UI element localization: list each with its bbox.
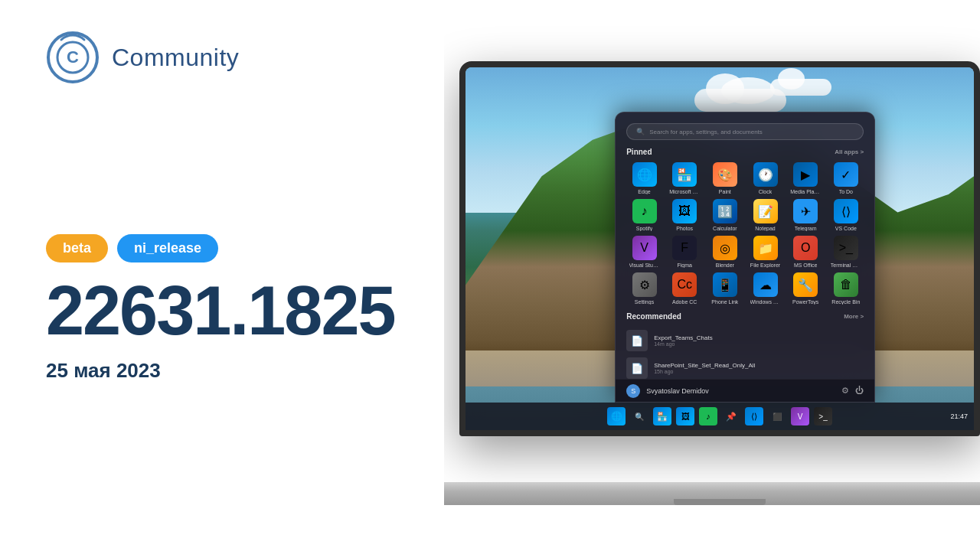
app-label: Clock bbox=[759, 189, 773, 194]
pinned-app-spotify[interactable]: ♪ Spotify bbox=[626, 199, 662, 231]
app-icon: 🏪 bbox=[672, 162, 697, 187]
taskbar-search[interactable]: 🔍 bbox=[630, 407, 648, 425]
pinned-app-blender[interactable]: ◎ Blender bbox=[707, 236, 743, 268]
power-icon[interactable]: ⏻ bbox=[855, 386, 864, 396]
taskbar-edge[interactable]: 🌐 bbox=[607, 407, 626, 425]
version-number: 22631.1825 bbox=[46, 276, 452, 345]
app-label: Media Player bbox=[790, 189, 821, 194]
pinned-app-paint[interactable]: 🎨 Paint bbox=[707, 162, 743, 194]
app-icon: F bbox=[672, 236, 697, 260]
pinned-app-file-explorer[interactable]: 📁 File Explorer bbox=[747, 236, 783, 268]
content-area: beta ni_release 22631.1825 25 мая 2023 bbox=[46, 234, 452, 383]
right-panel: 🔍 Search for apps, settings, and documen… bbox=[444, 0, 980, 551]
pinned-app-vs-code[interactable]: ⟨⟩ VS Code bbox=[828, 199, 864, 231]
pinned-app-ms-office[interactable]: O MS Office bbox=[788, 236, 824, 268]
pinned-app-clock[interactable]: 🕐 Clock bbox=[747, 162, 783, 194]
app-label: Blender bbox=[716, 262, 734, 268]
laptop-base bbox=[444, 482, 980, 505]
app-label: To Do bbox=[839, 189, 853, 194]
app-label: Spotify bbox=[636, 226, 652, 231]
pinned-app-powertoys[interactable]: 🔧 PowerToys bbox=[788, 272, 824, 305]
app-icon: 🖼 bbox=[672, 199, 697, 223]
taskbar-terminal[interactable]: >_ bbox=[814, 407, 832, 425]
pinned-apps-grid: 🌐 Edge 🏪 Microsoft Store 🎨 Paint 🕐 Clock… bbox=[626, 162, 864, 305]
app-label: Phone Link bbox=[711, 299, 738, 305]
taskbar-more1[interactable]: 📌 bbox=[722, 407, 740, 425]
pinned-app-recycle-bin[interactable]: 🗑 Recycle Bin bbox=[828, 272, 864, 305]
pinned-label: Pinned bbox=[626, 148, 652, 156]
badge-beta: beta bbox=[46, 234, 108, 262]
app-icon: ▶ bbox=[793, 162, 818, 187]
app-icon: O bbox=[793, 236, 818, 260]
app-icon: 🗑 bbox=[834, 272, 858, 297]
rec-item[interactable]: 📄 SharePoint_Site_Set_Read_Only_All 15h … bbox=[626, 354, 864, 382]
pinned-app-notepad[interactable]: 📝 Notepad bbox=[747, 199, 783, 231]
rec-item[interactable]: 📄 Export_Teams_Chats 14m ago bbox=[626, 327, 864, 354]
logo-text: Community bbox=[112, 44, 239, 72]
pinned-app-media-player[interactable]: ▶ Media Player bbox=[788, 162, 824, 194]
app-icon: ⟨⟩ bbox=[834, 199, 858, 223]
rec-name: SharePoint_Site_Set_Read_Only_All bbox=[654, 362, 864, 369]
recommended-items: 📄 Export_Teams_Chats 14m ago 📄 SharePoin… bbox=[626, 327, 864, 382]
app-icon: Cc bbox=[672, 272, 697, 297]
app-label: Settings bbox=[635, 299, 654, 305]
taskbar-more2[interactable]: ⬛ bbox=[768, 407, 786, 425]
taskbar-vscode[interactable]: ⟨⟩ bbox=[745, 407, 763, 425]
app-icon: 📱 bbox=[713, 272, 737, 297]
pinned-app-to-do[interactable]: ✓ To Do bbox=[828, 162, 864, 194]
pinned-app-photos[interactable]: 🖼 Photos bbox=[667, 199, 703, 231]
start-search-bar[interactable]: 🔍 Search for apps, settings, and documen… bbox=[626, 123, 864, 140]
laptop-screen: 🔍 Search for apps, settings, and documen… bbox=[459, 61, 980, 436]
app-icon: 🔧 bbox=[793, 272, 818, 297]
pinned-app-figma[interactable]: F Figma bbox=[667, 236, 703, 268]
taskbar-right-area: 21:47 bbox=[950, 412, 968, 420]
taskbar-icons: 🌐 🔍 🏪 🖼 ♪ 📌 ⟨⟩ ⬛ V >_ bbox=[607, 407, 832, 425]
pinned-app-calculator[interactable]: 🔢 Calculator bbox=[707, 199, 743, 231]
rec-icon: 📄 bbox=[626, 357, 648, 379]
win11-taskbar: 🌐 🔍 🏪 🖼 ♪ 📌 ⟨⟩ ⬛ V >_ 21:47 bbox=[466, 403, 974, 430]
community-logo-icon: C bbox=[46, 31, 100, 84]
pinned-app-phone-link[interactable]: 📱 Phone Link bbox=[707, 272, 743, 305]
taskbar-spotify[interactable]: ♪ bbox=[699, 407, 717, 425]
app-icon: 🔢 bbox=[713, 199, 737, 223]
app-icon: ✓ bbox=[834, 162, 858, 187]
settings-bottom-icon[interactable]: ⚙ bbox=[841, 386, 849, 396]
pinned-app-telegram[interactable]: ✈ Telegram bbox=[788, 199, 824, 231]
app-icon: 📝 bbox=[753, 199, 778, 223]
release-date: 25 мая 2023 bbox=[46, 359, 452, 383]
pinned-app-visual-studio[interactable]: V Visual Studio bbox=[626, 236, 662, 268]
taskbar-vstudio[interactable]: V bbox=[791, 407, 809, 425]
pinned-app-terminal-preview[interactable]: >_ Terminal Preview bbox=[828, 236, 864, 268]
badge-release: ni_release bbox=[117, 234, 218, 262]
taskbar-photos[interactable]: 🖼 bbox=[676, 407, 694, 425]
app-icon: ✈ bbox=[793, 199, 818, 223]
app-icon: 🕐 bbox=[753, 162, 778, 187]
recommended-label: Recommended bbox=[626, 312, 681, 321]
start-bottom-bar: S Svyatoslav Demidov ⚙ ⏻ bbox=[616, 379, 874, 402]
taskbar-store[interactable]: 🏪 bbox=[653, 407, 671, 425]
app-label: Paint bbox=[719, 189, 731, 194]
rec-name: Export_Teams_Chats bbox=[654, 334, 864, 341]
app-icon: V bbox=[632, 236, 657, 260]
left-panel: C Community beta ni_release 22631.1825 2… bbox=[0, 0, 498, 551]
app-label: MS Office bbox=[794, 262, 818, 268]
rec-info: SharePoint_Site_Set_Read_Only_All 15h ag… bbox=[654, 362, 864, 374]
taskbar-time: 21:47 bbox=[950, 412, 968, 420]
laptop-mockup: 🔍 Search for apps, settings, and documen… bbox=[444, 61, 980, 505]
all-apps-link[interactable]: All apps > bbox=[835, 148, 864, 155]
pinned-app-settings[interactable]: ⚙ Settings bbox=[626, 272, 662, 305]
app-label: PowerToys bbox=[792, 299, 818, 305]
app-label: Windows 365 bbox=[750, 299, 781, 305]
rec-info: Export_Teams_Chats 14m ago bbox=[654, 334, 864, 347]
pinned-app-adobe-cc[interactable]: Cc Adobe CC bbox=[667, 272, 703, 305]
more-link[interactable]: More > bbox=[844, 313, 864, 320]
app-icon: ♪ bbox=[632, 199, 657, 223]
rec-icon: 📄 bbox=[626, 330, 648, 351]
pinned-app-windows-365[interactable]: ☁ Windows 365 bbox=[747, 272, 783, 305]
app-label: Figma bbox=[677, 262, 691, 268]
app-label: Terminal Preview bbox=[831, 262, 861, 268]
pinned-app-edge[interactable]: 🌐 Edge bbox=[626, 162, 662, 194]
start-menu[interactable]: 🔍 Search for apps, settings, and documen… bbox=[615, 112, 875, 403]
pinned-app-microsoft-store[interactable]: 🏪 Microsoft Store bbox=[667, 162, 703, 194]
pinned-section-header: Pinned All apps > bbox=[626, 148, 864, 156]
